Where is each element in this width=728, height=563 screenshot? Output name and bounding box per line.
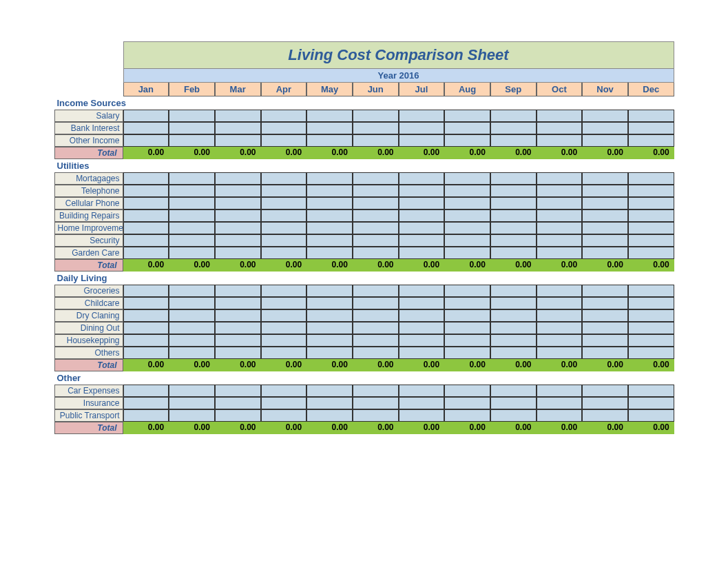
data-cell[interactable] [123, 285, 169, 297]
data-cell[interactable] [628, 385, 674, 397]
data-cell[interactable] [306, 110, 353, 122]
data-cell[interactable] [215, 285, 261, 297]
data-cell[interactable] [399, 172, 445, 185]
data-cell[interactable] [628, 197, 674, 209]
data-cell[interactable] [123, 197, 169, 209]
data-cell[interactable] [628, 110, 674, 122]
data-cell[interactable] [582, 209, 628, 222]
data-cell[interactable] [628, 309, 674, 322]
data-cell[interactable] [353, 385, 399, 397]
data-cell[interactable] [169, 385, 215, 397]
data-cell[interactable] [306, 197, 353, 209]
data-cell[interactable] [399, 285, 445, 297]
data-cell[interactable] [628, 397, 674, 409]
data-cell[interactable] [306, 397, 353, 409]
data-cell[interactable] [215, 347, 261, 359]
data-cell[interactable] [215, 397, 261, 409]
data-cell[interactable] [123, 397, 169, 409]
data-cell[interactable] [261, 347, 307, 359]
data-cell[interactable] [399, 322, 445, 334]
data-cell[interactable] [353, 409, 399, 422]
data-cell[interactable] [215, 134, 261, 147]
data-cell[interactable] [306, 297, 353, 309]
data-cell[interactable] [261, 234, 307, 247]
data-cell[interactable] [261, 334, 307, 347]
data-cell[interactable] [306, 134, 353, 147]
data-cell[interactable] [582, 285, 628, 297]
data-cell[interactable] [490, 285, 537, 297]
data-cell[interactable] [123, 134, 169, 147]
data-cell[interactable] [215, 297, 261, 309]
data-cell[interactable] [215, 222, 261, 234]
data-cell[interactable] [490, 172, 537, 185]
data-cell[interactable] [628, 172, 674, 185]
data-cell[interactable] [490, 234, 537, 247]
data-cell[interactable] [582, 247, 628, 259]
data-cell[interactable] [490, 197, 537, 209]
data-cell[interactable] [490, 110, 537, 122]
data-cell[interactable] [123, 172, 169, 185]
data-cell[interactable] [215, 185, 261, 197]
data-cell[interactable] [490, 297, 537, 309]
data-cell[interactable] [490, 334, 537, 347]
data-cell[interactable] [537, 347, 583, 359]
data-cell[interactable] [169, 285, 215, 297]
data-cell[interactable] [123, 122, 169, 134]
data-cell[interactable] [628, 285, 674, 297]
data-cell[interactable] [169, 309, 215, 322]
data-cell[interactable] [306, 222, 353, 234]
data-cell[interactable] [399, 197, 445, 209]
data-cell[interactable] [537, 297, 583, 309]
data-cell[interactable] [444, 385, 490, 397]
data-cell[interactable] [444, 309, 490, 322]
data-cell[interactable] [537, 122, 583, 134]
data-cell[interactable] [215, 172, 261, 185]
data-cell[interactable] [490, 409, 537, 422]
data-cell[interactable] [261, 110, 307, 122]
data-cell[interactable] [628, 409, 674, 422]
data-cell[interactable] [537, 185, 583, 197]
data-cell[interactable] [628, 247, 674, 259]
data-cell[interactable] [537, 397, 583, 409]
data-cell[interactable] [444, 197, 490, 209]
data-cell[interactable] [123, 322, 169, 334]
data-cell[interactable] [123, 347, 169, 359]
data-cell[interactable] [628, 222, 674, 234]
data-cell[interactable] [353, 285, 399, 297]
data-cell[interactable] [261, 397, 307, 409]
data-cell[interactable] [169, 347, 215, 359]
data-cell[interactable] [353, 309, 399, 322]
data-cell[interactable] [169, 197, 215, 209]
data-cell[interactable] [353, 222, 399, 234]
data-cell[interactable] [215, 409, 261, 422]
data-cell[interactable] [537, 234, 583, 247]
data-cell[interactable] [306, 285, 353, 297]
data-cell[interactable] [628, 134, 674, 147]
data-cell[interactable] [444, 185, 490, 197]
data-cell[interactable] [215, 322, 261, 334]
data-cell[interactable] [628, 122, 674, 134]
data-cell[interactable] [306, 247, 353, 259]
data-cell[interactable] [215, 234, 261, 247]
data-cell[interactable] [353, 234, 399, 247]
data-cell[interactable] [306, 409, 353, 422]
data-cell[interactable] [490, 134, 537, 147]
data-cell[interactable] [444, 297, 490, 309]
data-cell[interactable] [399, 309, 445, 322]
data-cell[interactable] [353, 397, 399, 409]
data-cell[interactable] [123, 110, 169, 122]
data-cell[interactable] [353, 172, 399, 185]
data-cell[interactable] [537, 409, 583, 422]
data-cell[interactable] [537, 197, 583, 209]
data-cell[interactable] [169, 397, 215, 409]
data-cell[interactable] [169, 322, 215, 334]
data-cell[interactable] [123, 185, 169, 197]
data-cell[interactable] [444, 134, 490, 147]
data-cell[interactable] [444, 334, 490, 347]
data-cell[interactable] [215, 197, 261, 209]
data-cell[interactable] [444, 247, 490, 259]
data-cell[interactable] [261, 285, 307, 297]
data-cell[interactable] [444, 110, 490, 122]
data-cell[interactable] [490, 322, 537, 334]
data-cell[interactable] [490, 347, 537, 359]
